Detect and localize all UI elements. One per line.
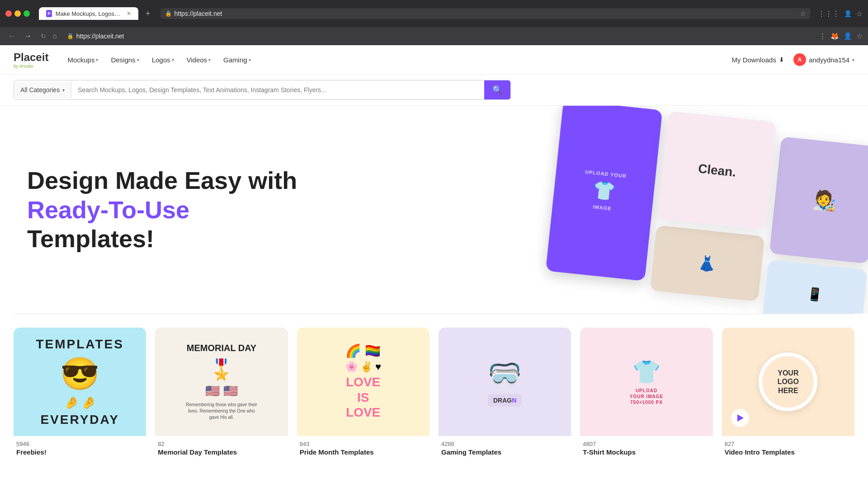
extensions-btn[interactable]: ⋮ [819, 32, 826, 40]
profile-btn[interactable]: 👤 [844, 32, 852, 40]
search-section: All Categories ▾ 🔍 [0, 75, 868, 106]
nav-gaming-chevron: ▾ [249, 57, 251, 62]
card-gaming-img: 🥽 DRAGN [439, 328, 571, 436]
my-downloads-btn[interactable]: My Downloads ⬇ [732, 56, 784, 64]
url-input[interactable] [76, 33, 809, 40]
card-freebies-img: TEMPLATES 😎 🤌 🤌 EVERYDAY [14, 328, 146, 436]
card-pride[interactable]: 🌈 🏳️‍🌈 🌸 ✌️ ♥️ LOVEISLOVE 843 Pride Mont… [297, 328, 429, 459]
bookmark-btn[interactable]: ☆ [857, 32, 863, 40]
download-icon: ⬇ [779, 56, 784, 63]
nav-logos[interactable]: Logos ▾ [146, 52, 179, 67]
user-name: andyydna154 [809, 56, 849, 64]
back-btn[interactable]: ← [5, 30, 18, 42]
tab-favicon: P [46, 10, 52, 17]
card-pride-content: 🌈 🏳️‍🌈 🌸 ✌️ ♥️ LOVEISLOVE [336, 334, 390, 429]
card-gaming[interactable]: 🥽 DRAGN 4286 Gaming Templates [439, 328, 571, 459]
hero-card-pink-content: Clean. [688, 151, 747, 190]
nav-mockups[interactable]: Mockups ▾ [62, 52, 104, 67]
search-input[interactable] [71, 82, 484, 98]
user-menu[interactable]: A andyydna154 ▾ [793, 53, 854, 66]
cards-section: TEMPLATES 😎 🤌 🤌 EVERYDAY 5946 Freebies! … [0, 314, 868, 481]
nav-gaming-label: Gaming [223, 56, 247, 64]
hero-card-lavender-icon: 🧑‍🎨 [812, 188, 838, 212]
nav-designs[interactable]: Designs ▾ [105, 52, 144, 67]
address-bar[interactable] [175, 10, 797, 17]
hero-title-line1: Design Made Easy with [27, 167, 297, 194]
category-chevron: ▾ [62, 88, 65, 93]
forward-btn[interactable]: → [22, 30, 34, 42]
active-tab[interactable]: P Make Mockups, Logos, Video... ✕ [39, 7, 138, 20]
card-tshirt-count: 4807 [583, 441, 710, 447]
home-btn[interactable]: ⌂ [52, 32, 57, 40]
card-tshirt-label: UPLOADYOUR IMAGE750×1000 PX [630, 388, 663, 405]
card-gaming-title: Gaming Templates [441, 448, 568, 456]
card-freebies-bottom: EVERYDAY [36, 413, 123, 427]
nav-logos-chevron: ▾ [172, 57, 174, 62]
ff-icon[interactable]: 🦊 [830, 32, 839, 40]
card-tshirt-img: 👕 UPLOADYOUR IMAGE750×1000 PX [580, 328, 712, 436]
card-freebies[interactable]: TEMPLATES 😎 🤌 🤌 EVERYDAY 5946 Freebies! [14, 328, 146, 459]
hero-card-pink-text: Clean. [698, 161, 737, 180]
url-bar[interactable]: 🔒 [62, 31, 814, 42]
browser-minimize-btn[interactable] [14, 10, 21, 17]
nav-videos-label: Videos [187, 56, 208, 64]
card-tshirt[interactable]: 👕 UPLOADYOUR IMAGE750×1000 PX 4807 T-Shi… [580, 328, 712, 459]
hero-card-blue: 📱 [763, 260, 868, 314]
card-memorial-top-text: MEMORIAL DAY [185, 343, 258, 353]
card-freebies-emoji: 😎 [36, 355, 123, 392]
card-memorial-img: MEMORIAL DAY 🎖️ 🇺🇸 🇺🇸 Remembering those … [155, 328, 288, 436]
user-chevron: ▾ [852, 57, 854, 62]
card-video-img: YOURLOGOHERE [722, 328, 854, 436]
address-bar-container[interactable]: 🔒 ☆ [160, 8, 811, 19]
cards-grid: TEMPLATES 😎 🤌 🤌 EVERYDAY 5946 Freebies! … [14, 328, 854, 459]
hero-title-highlight: Ready-To-Use [27, 196, 189, 223]
card-gaming-shirt-text: DRAGN [488, 394, 522, 407]
search-icon: 🔍 [492, 85, 502, 95]
ok-icon-right: 🤌 [81, 396, 96, 410]
hero-content: Design Made Easy with Ready-To-Use Templ… [0, 139, 326, 281]
nav-videos[interactable]: Videos ▾ [181, 52, 217, 67]
browser-actions: ⋮⋮⋮ 👤 ☆ [818, 9, 863, 18]
tab-close-btn[interactable]: ✕ [127, 10, 131, 17]
logo[interactable]: Placeit by envato [14, 51, 48, 69]
card-video-content: YOURLOGOHERE [750, 343, 826, 420]
card-freebies-title: Freebies! [16, 448, 143, 456]
card-memorial[interactable]: MEMORIAL DAY 🎖️ 🇺🇸 🇺🇸 Remembering those … [155, 328, 288, 459]
hero-collage: UPLOAD YOUR 👕 IMAGE Clean. 👗 🧑‍🎨 [533, 106, 868, 314]
card-video-circle-text: YOURLOGOHERE [778, 369, 799, 395]
hero-section: Design Made Easy with Ready-To-Use Templ… [0, 106, 868, 314]
card-pride-info: 843 Pride Month Templates [297, 436, 429, 459]
extensions-icon[interactable]: ⋮⋮⋮ [818, 9, 840, 18]
lock-icon: 🔒 [165, 10, 172, 17]
logo-text: Placeit [14, 51, 48, 64]
hero-card-blue-icon: 📱 [807, 286, 824, 302]
card-pride-title: Pride Month Templates [300, 448, 427, 456]
card-pride-text: LOVEISLOVE [345, 375, 381, 420]
card-gaming-info: 4286 Gaming Templates [439, 436, 571, 459]
card-tshirt-content: 👕 UPLOADYOUR IMAGE750×1000 PX [621, 350, 672, 414]
card-freebies-ok-icons: 🤌 🤌 [36, 396, 123, 410]
site-nav: Placeit by envato Mockups ▾ Designs ▾ Lo… [0, 45, 868, 75]
tab-bar: P Make Mockups, Logos, Video... ✕ + [39, 7, 153, 20]
search-button[interactable]: 🔍 [484, 80, 510, 99]
card-video[interactable]: YOURLOGOHERE 827 Video Intro Templates [722, 328, 854, 459]
nav-gaming[interactable]: Gaming ▾ [218, 52, 256, 67]
card-memorial-count: 82 [158, 441, 285, 447]
profile-icon[interactable]: 👤 [844, 10, 852, 17]
category-select[interactable]: All Categories ▾ [14, 82, 71, 98]
card-memorial-flags: 🎖️ [185, 358, 258, 381]
browser-maximize-btn[interactable] [24, 10, 30, 17]
browser-close-btn[interactable] [5, 10, 12, 17]
card-tshirt-emoji: 👕 [632, 359, 660, 385]
card-video-circle: YOURLOGOHERE [759, 352, 817, 411]
hero-card-lavender: 🧑‍🎨 [769, 136, 868, 264]
new-tab-btn[interactable]: + [143, 9, 153, 19]
card-pride-count: 843 [300, 441, 427, 447]
browser-controls [5, 10, 30, 17]
star-icon[interactable]: ☆ [856, 9, 863, 18]
hero-image-area: UPLOAD YOUR 👕 IMAGE Clean. 👗 🧑‍🎨 [506, 106, 868, 314]
reload-btn[interactable]: ↻ [38, 31, 49, 42]
hero-card-purple-icon: 👕 [592, 179, 617, 202]
card-memorial-caption: Remembering those who gave their lives. … [185, 402, 258, 421]
hero-card-purple-sublabel: IMAGE [593, 204, 612, 211]
